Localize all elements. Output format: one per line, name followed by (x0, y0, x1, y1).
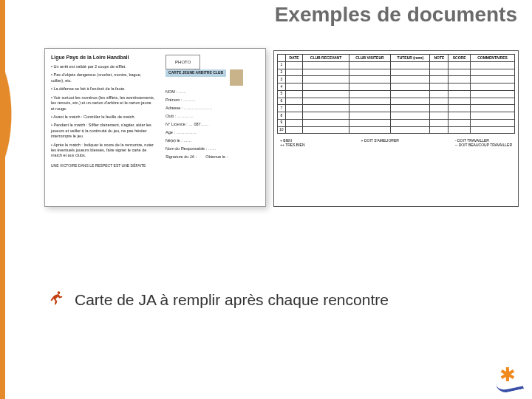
table-cell (471, 90, 515, 98)
table-cell (285, 69, 303, 76)
col-num (278, 55, 286, 62)
table-cell (449, 83, 471, 91)
legend-improve: + DOIT S'AMELIORER (361, 138, 399, 147)
table-cell (285, 76, 303, 83)
field-adresse: Adresse : ………………… (166, 106, 259, 110)
referee-illustration-icon (230, 69, 243, 86)
table-row: 7 (278, 105, 515, 112)
field-club: Club : ………… (166, 114, 259, 118)
table-cell (285, 105, 303, 112)
table-cell (391, 98, 430, 105)
row-number: 8 (278, 112, 286, 120)
table-cell (349, 69, 391, 76)
field-naissance: Né(e) le : …… (166, 138, 259, 143)
table-cell (430, 76, 449, 83)
table-cell (471, 98, 515, 105)
table-cell (303, 90, 349, 98)
table-cell (471, 83, 515, 91)
table-cell (349, 76, 391, 83)
table-cell (430, 69, 449, 76)
table-cell (303, 83, 349, 91)
table-cell (285, 119, 303, 126)
table-cell (303, 112, 349, 120)
table-row: 8 (278, 112, 515, 120)
table-cell (349, 105, 391, 112)
photo-placeholder: PHOTO (166, 55, 200, 69)
field-responsable: Nom du Responsable : …… (166, 146, 259, 151)
table-cell (349, 90, 391, 98)
table-cell (449, 98, 471, 105)
col-club-visiteur: CLUB VISITEUR (349, 55, 391, 62)
table-header-row: DATE CLUB RECEVANT CLUB VISITEUR TUTEUR … (278, 55, 515, 62)
table-cell (430, 105, 449, 112)
rule-item: La défense se fait à l'endroit de la fau… (51, 86, 155, 92)
table-cell (471, 105, 515, 112)
table-cell (449, 126, 471, 134)
table-cell (285, 126, 303, 134)
col-club-recevant: CLUB RECEVANT (303, 55, 349, 62)
table-cell (391, 112, 430, 120)
table-cell (391, 69, 430, 76)
table-cell (391, 83, 430, 91)
legend-work: - DOIT TRAVAILLER -- DOIT BEAUCOUP TRAVA… (455, 138, 512, 147)
table-cell (303, 126, 349, 134)
rule-item: Pendant le match : Siffler clairement, s… (51, 123, 155, 139)
table-cell (449, 119, 471, 126)
main-bullet-row: Carte de JA à remplir après chaque renco… (48, 290, 389, 310)
rule-item: Avant le match : Contrôler le feuille de… (51, 115, 155, 120)
match-log-table: DATE CLUB RECEVANT CLUB VISITEUR TUTEUR … (273, 50, 519, 207)
table-cell (449, 90, 471, 98)
table-cell (471, 126, 515, 134)
field-nom: NOM : …… (166, 89, 259, 94)
sidebar-curve (0, 41, 31, 188)
svg-point-0 (57, 291, 60, 294)
table-cell (303, 61, 349, 69)
table-cell (391, 90, 430, 98)
obtenue-label: Obtenue le : (205, 154, 228, 159)
table-cell (471, 112, 515, 120)
table-cell (349, 119, 391, 126)
row-number: 7 (278, 105, 286, 112)
table-row: 6 (278, 98, 515, 105)
table-cell (471, 76, 515, 83)
handball-logo-icon: ✱ (497, 365, 525, 393)
field-signature: Signature du JA : Obtenue le : (166, 154, 259, 159)
row-number: 10 (278, 126, 286, 134)
table-row: 3 (278, 76, 515, 83)
table-cell (391, 126, 430, 134)
row-number: 5 (278, 90, 286, 98)
table-cell (349, 112, 391, 120)
table-cell (303, 119, 349, 126)
table-cell (449, 76, 471, 83)
table-cell (303, 69, 349, 76)
table-cell (349, 98, 391, 105)
table-cell (430, 126, 449, 134)
table-cell (430, 61, 449, 69)
table-cell (430, 112, 449, 120)
col-date: DATE (285, 55, 303, 62)
table-cell (391, 105, 430, 112)
row-number: 9 (278, 119, 286, 126)
table-row: 10 (278, 126, 515, 134)
table-row: 9 (278, 119, 515, 126)
rule-item: Pas d'objets dangereux (crochet, montre,… (51, 72, 155, 83)
card-type-label: CARTE JEUNE ARBITRE CLUB (166, 69, 226, 77)
table-row: 2 (278, 69, 515, 76)
table-cell (430, 98, 449, 105)
table-cell (391, 76, 430, 83)
table-cell (285, 61, 303, 69)
table-cell (349, 83, 391, 91)
table-cell (471, 119, 515, 126)
field-licence: N° Licence : … 087…… (166, 122, 259, 126)
table-cell (391, 119, 430, 126)
slide-title: Exemples de documents (275, 3, 517, 27)
table-cell (449, 105, 471, 112)
table-cell (471, 61, 515, 69)
field-prenom: Prénom : ……… (166, 98, 259, 102)
log-table: DATE CLUB RECEVANT CLUB VISITEUR TUTEUR … (277, 54, 515, 134)
row-number: 3 (278, 76, 286, 83)
table-cell (430, 90, 449, 98)
table-row: 4 (278, 83, 515, 91)
table-cell (303, 105, 349, 112)
table-cell (349, 126, 391, 134)
